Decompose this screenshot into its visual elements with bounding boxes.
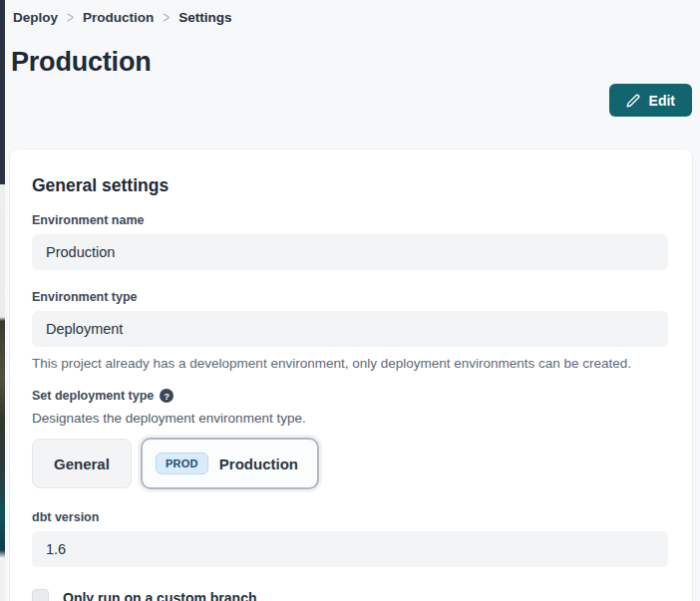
edit-button[interactable]: Edit (609, 84, 692, 117)
breadcrumb-chevron-icon: > (163, 8, 170, 26)
deployment-type-label: Set deployment type ? (32, 389, 668, 403)
breadcrumb-settings: Settings (178, 10, 231, 25)
environment-name-value: Production (46, 244, 115, 260)
custom-branch-row: Only run on a custom branch (32, 589, 668, 601)
breadcrumb-deploy[interactable]: Deploy (13, 10, 58, 25)
general-option-label: General (54, 455, 110, 472)
help-question-icon[interactable]: ? (160, 389, 174, 403)
environment-name-input[interactable]: Production (32, 234, 668, 270)
environment-type-helper: This project already has a development e… (32, 356, 668, 371)
dbt-version-input[interactable]: 1.6 (32, 531, 668, 567)
deployment-type-label-text: Set deployment type (32, 389, 154, 403)
environment-name-label: Environment name (32, 213, 668, 227)
breadcrumb: Deploy > Production > Settings (5, 0, 700, 25)
edit-button-label: Edit (649, 93, 675, 109)
production-option-label: Production (219, 455, 298, 472)
general-settings-card: General settings Environment name Produc… (10, 150, 692, 601)
custom-branch-checkbox[interactable] (32, 589, 49, 601)
dbt-version-label: dbt version (32, 510, 668, 524)
edit-pencil-icon (626, 94, 640, 108)
general-settings-heading: General settings (32, 175, 668, 196)
deployment-type-production-button[interactable]: PROD Production (141, 438, 319, 489)
dbt-version-value: 1.6 (46, 541, 66, 557)
environment-type-value: Deployment (46, 321, 123, 337)
breadcrumb-production[interactable]: Production (83, 10, 154, 25)
deployment-type-general-button[interactable]: General (32, 439, 132, 488)
environment-type-input[interactable]: Deployment (32, 311, 668, 347)
environment-settings-page: Deploy > Production > Settings Productio… (5, 0, 700, 601)
deployment-type-description: Designates the deployment environment ty… (32, 411, 668, 426)
page-title: Production (11, 47, 700, 78)
breadcrumb-chevron-icon: > (67, 8, 74, 26)
custom-branch-label[interactable]: Only run on a custom branch (63, 590, 256, 601)
deployment-type-options: General PROD Production (32, 438, 668, 489)
prod-badge: PROD (156, 452, 208, 474)
environment-type-label: Environment type (32, 290, 668, 304)
